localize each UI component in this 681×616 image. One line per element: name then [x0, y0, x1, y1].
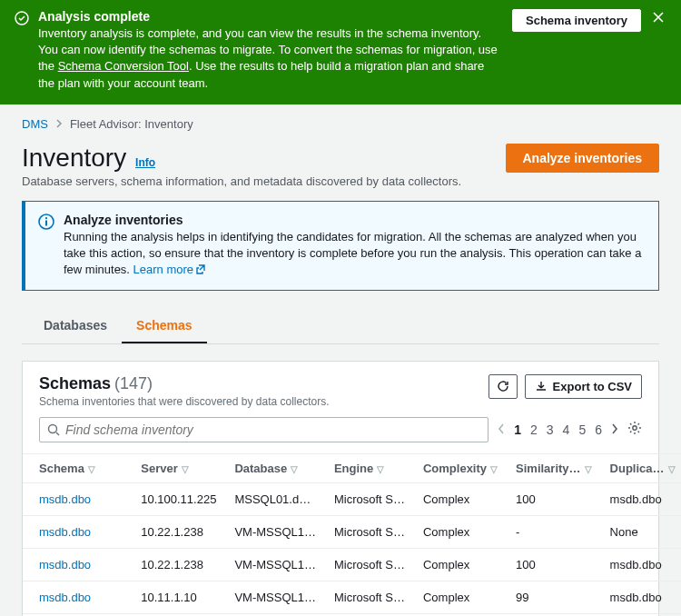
page-2[interactable]: 2: [530, 422, 538, 437]
chevron-right-icon: [55, 117, 63, 131]
breadcrumb: DMS Fleet Advisor: Inventory: [22, 117, 659, 131]
analyze-inventories-button[interactable]: Analyze inventories: [506, 144, 660, 173]
page-6[interactable]: 6: [595, 422, 602, 437]
panel-subtitle: Schema inventories that were discovered …: [39, 395, 330, 408]
search-icon: [47, 423, 60, 436]
cell-duplicate: msdb.dbo: [601, 482, 681, 515]
gear-icon: [627, 421, 642, 435]
cell-database: VM-MSSQL1…: [225, 548, 325, 581]
schemas-panel: Schemas (147) Schema inventories that we…: [22, 361, 659, 616]
column-header[interactable]: Duplica…▽: [601, 453, 681, 482]
search-input[interactable]: [65, 422, 480, 437]
cell-complexity: Complex: [414, 515, 507, 548]
cell-server: 10.22.1.238: [132, 515, 225, 548]
close-icon[interactable]: [650, 9, 666, 28]
column-header[interactable]: Similarity…▽: [507, 453, 601, 482]
learn-more-link[interactable]: Learn more: [133, 263, 206, 276]
page-next[interactable]: [611, 422, 618, 437]
svg-point-2: [45, 217, 47, 219]
check-circle-icon: [15, 11, 29, 28]
page-title: Inventory: [22, 144, 126, 173]
column-header[interactable]: Server▽: [132, 453, 225, 482]
cell-duplicate: msdb.dbo: [601, 548, 681, 581]
column-header[interactable]: Schema▽: [23, 453, 132, 482]
cell-server: 10.11.1.10: [132, 581, 225, 613]
page-1[interactable]: 1: [514, 422, 521, 437]
settings-button[interactable]: [627, 421, 642, 438]
schema-link[interactable]: msdb.dbo: [39, 558, 91, 571]
refresh-button[interactable]: [489, 374, 518, 399]
page-5[interactable]: 5: [578, 422, 586, 437]
svg-point-5: [633, 426, 637, 430]
panel-title: Schemas: [39, 374, 111, 392]
breadcrumb-current: Fleet Advisor: Inventory: [70, 117, 193, 131]
cell-duplicate: None: [601, 515, 681, 548]
column-header[interactable]: Complexity▽: [414, 453, 507, 482]
info-link[interactable]: Info: [135, 156, 155, 169]
table-row: msdb.dbo10.11.1.10VM-MSSQL1…Microsoft S……: [23, 581, 681, 613]
page-subtitle: Database servers, schema information, an…: [22, 174, 461, 188]
alert-text: Running the analysis helps in identifyin…: [64, 229, 646, 279]
external-link-icon: [195, 263, 206, 277]
table-row: msdb.dbo10.22.1.238VM-MSSQL1…Microsoft S…: [23, 515, 681, 548]
cell-similarity: 99: [507, 581, 601, 613]
page-4[interactable]: 4: [563, 422, 570, 437]
cell-server: 10.100.11.225: [132, 482, 225, 515]
page-3[interactable]: 3: [547, 422, 554, 437]
cell-database: MSSQL01.d…: [225, 482, 325, 515]
table-row: msdb.dbo10.22.1.238VM-MSSQL1…Microsoft S…: [23, 548, 681, 581]
svg-rect-3: [45, 220, 47, 225]
schema-inventory-button[interactable]: Schema inventory: [512, 9, 641, 32]
export-csv-button[interactable]: Export to CSV: [525, 374, 642, 399]
schema-conversion-link[interactable]: Schema Conversion Tool: [58, 59, 189, 73]
panel-count: (147): [114, 374, 153, 392]
schema-link[interactable]: msdb.dbo: [39, 591, 91, 604]
page-prev[interactable]: [498, 422, 505, 437]
search-input-wrap[interactable]: [39, 417, 489, 442]
info-alert: Analyze inventories Running the analysis…: [22, 201, 659, 291]
alert-title: Analyze inventories: [64, 213, 646, 227]
cell-engine: Microsoft S…: [325, 548, 414, 581]
cell-server: 10.22.1.238: [132, 548, 225, 581]
cell-similarity: 100: [507, 548, 601, 581]
cell-engine: Microsoft S…: [325, 482, 414, 515]
cell-database: VM-MSSQL1…: [225, 581, 325, 613]
pagination: 1 2 3 4 5 6: [498, 422, 618, 437]
tab-databases[interactable]: Databases: [29, 309, 122, 343]
schemas-table: Schema▽Server▽Database▽Engine▽Complexity…: [23, 453, 681, 616]
banner-text: Inventory analysis is complete, and you …: [38, 25, 503, 92]
tabs: Databases Schemas: [22, 309, 659, 344]
schema-link[interactable]: msdb.dbo: [39, 492, 91, 506]
cell-database: VM-MSSQL1…: [225, 515, 325, 548]
info-icon: [38, 214, 54, 279]
cell-duplicate: msdb.dbo: [601, 581, 681, 613]
banner-title: Analysis complete: [38, 9, 503, 24]
column-header[interactable]: Database▽: [225, 453, 325, 482]
cell-similarity: 100: [507, 482, 601, 515]
refresh-icon: [497, 380, 509, 392]
schema-link[interactable]: msdb.dbo: [39, 525, 91, 539]
breadcrumb-root[interactable]: DMS: [22, 117, 48, 131]
cell-engine: Microsoft S…: [325, 515, 414, 548]
cell-complexity: Complex: [414, 581, 507, 613]
svg-point-4: [49, 424, 57, 432]
cell-complexity: Complex: [414, 482, 507, 515]
tab-schemas[interactable]: Schemas: [122, 309, 206, 343]
table-row: msdb.dbo10.100.11.225MSSQL01.d…Microsoft…: [23, 482, 681, 515]
cell-similarity: -: [507, 515, 601, 548]
cell-engine: Microsoft S…: [325, 581, 414, 613]
success-banner: Analysis complete Inventory analysis is …: [0, 0, 681, 104]
download-icon: [535, 380, 548, 392]
column-header[interactable]: Engine▽: [325, 453, 414, 482]
cell-complexity: Complex: [414, 548, 507, 581]
